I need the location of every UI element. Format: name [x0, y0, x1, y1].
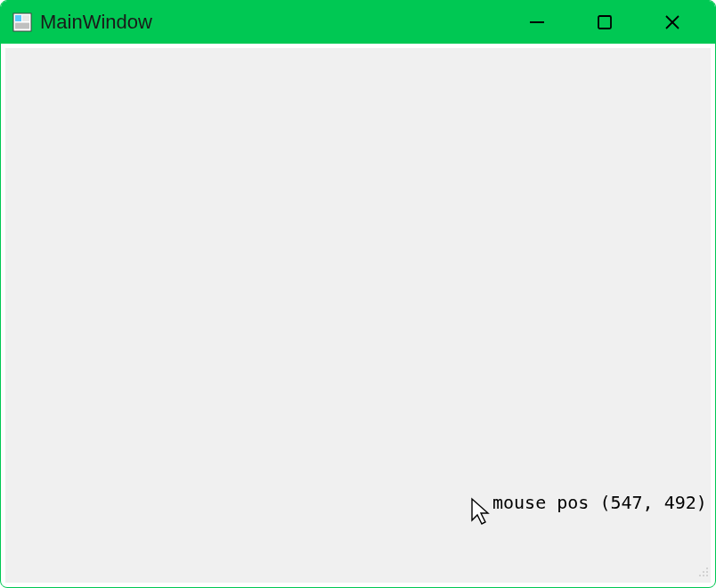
svg-point-14	[703, 571, 704, 573]
svg-rect-2	[22, 15, 29, 21]
svg-point-11	[699, 575, 701, 576]
close-button[interactable]	[655, 4, 690, 40]
svg-rect-1	[15, 15, 21, 21]
cursor-icon	[470, 497, 495, 533]
maximize-icon	[596, 13, 614, 31]
app-icon	[12, 12, 33, 33]
window-controls	[519, 4, 690, 40]
minimize-icon	[528, 13, 546, 31]
resize-grip-icon[interactable]	[695, 563, 709, 581]
svg-rect-8	[598, 16, 611, 29]
client-area[interactable]: mouse pos (547, 492)	[4, 47, 712, 584]
mouse-position-label: mouse pos (547, 492)	[492, 492, 707, 513]
titlebar[interactable]: MainWindow	[1, 1, 715, 44]
maximize-button[interactable]	[587, 4, 622, 40]
svg-point-13	[706, 575, 708, 576]
window-title: MainWindow	[40, 11, 519, 34]
minimize-button[interactable]	[519, 4, 555, 40]
svg-point-12	[703, 575, 704, 576]
svg-point-16	[706, 568, 708, 569]
svg-point-15	[706, 571, 708, 573]
main-window: MainWindow	[0, 0, 716, 588]
close-icon	[663, 13, 681, 31]
